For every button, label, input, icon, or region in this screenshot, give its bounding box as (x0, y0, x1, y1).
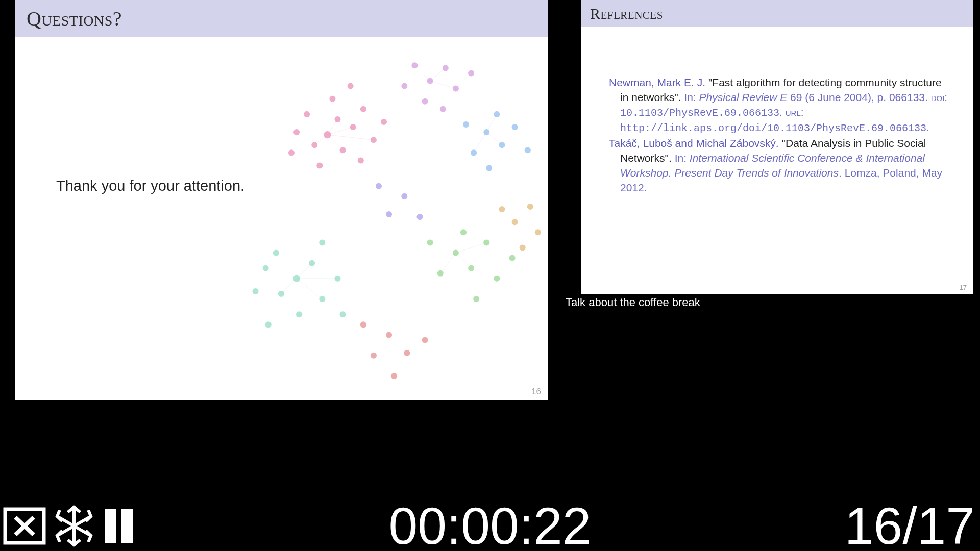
current-slide: Questions? Thank you for you (15, 0, 548, 400)
svg-line-81 (486, 114, 497, 132)
presenter-notes: Talk about the coffee break (566, 296, 700, 309)
current-slide-header: Questions? (15, 0, 548, 37)
svg-line-69 (314, 135, 327, 145)
svg-point-51 (509, 255, 516, 261)
network-graph-illustration (209, 37, 548, 400)
reference-item: Newman, Mark E. J. "Fast algorithm for d… (609, 76, 952, 135)
svg-point-25 (471, 149, 477, 156)
svg-line-76 (456, 253, 471, 268)
svg-point-60 (360, 321, 366, 328)
svg-rect-91 (105, 509, 116, 543)
svg-point-66 (376, 183, 382, 189)
current-slide-number: 16 (531, 387, 541, 397)
snowflake-icon[interactable] (52, 504, 96, 548)
ref-doi-label: doi (931, 91, 945, 103)
svg-point-11 (358, 157, 364, 163)
presentation-timer: 00:00:22 (388, 496, 591, 551)
page-indicator: 16/17 (845, 496, 975, 551)
pause-icon[interactable] (101, 506, 137, 546)
svg-point-61 (391, 373, 397, 379)
svg-point-30 (486, 165, 492, 171)
svg-point-55 (535, 229, 541, 235)
svg-point-13 (381, 119, 387, 125)
references-list: Newman, Mark E. J. "Fast algorithm for d… (581, 27, 973, 195)
svg-point-59 (404, 350, 410, 356)
svg-point-50 (473, 296, 479, 302)
svg-line-84 (430, 81, 456, 89)
reference-item: Takáč, Luboš and Michal Zábovský. "Data … (609, 136, 952, 195)
svg-point-56 (520, 244, 526, 251)
svg-line-82 (430, 68, 446, 81)
svg-point-21 (401, 83, 407, 89)
svg-point-10 (316, 162, 323, 168)
svg-point-22 (440, 106, 446, 112)
svg-point-54 (499, 206, 505, 212)
svg-point-6 (304, 111, 310, 117)
svg-point-48 (494, 276, 500, 282)
ref-url: http://link.aps.org/doi/10.1103/PhysRevE… (620, 122, 926, 134)
svg-line-80 (474, 132, 486, 153)
svg-line-70 (327, 135, 342, 150)
page-total: 17 (917, 497, 975, 551)
svg-line-72 (297, 263, 312, 279)
svg-point-35 (263, 265, 269, 271)
svg-point-47 (460, 229, 467, 235)
ref-doi: 10.1103/PhysRevE.69.066133 (620, 107, 779, 119)
ref-in: In: (675, 152, 687, 164)
control-buttons (2, 504, 137, 548)
svg-point-7 (371, 137, 377, 143)
svg-line-74 (297, 279, 322, 299)
svg-point-40 (319, 239, 325, 245)
svg-point-28 (463, 121, 469, 128)
svg-point-26 (512, 124, 518, 130)
ref-in: In: (684, 91, 696, 103)
ref-url-label: url (786, 106, 801, 118)
svg-rect-92 (121, 509, 133, 543)
svg-point-39 (273, 250, 279, 256)
close-icon[interactable] (2, 506, 47, 546)
svg-line-73 (281, 279, 297, 294)
svg-point-20 (468, 70, 474, 76)
svg-line-71 (327, 135, 374, 140)
svg-point-5 (360, 106, 366, 112)
svg-point-52 (512, 219, 518, 225)
svg-point-42 (265, 321, 272, 328)
svg-point-41 (340, 311, 346, 317)
svg-line-83 (414, 65, 430, 81)
svg-point-62 (422, 337, 428, 343)
svg-point-58 (371, 353, 377, 359)
current-slide-body: Thank you for your attention. 16 (15, 37, 548, 400)
svg-point-63 (401, 193, 407, 199)
current-slide-title: Questions? (27, 7, 122, 31)
next-slide-number: 17 (960, 284, 967, 291)
svg-point-19 (422, 98, 428, 105)
page-current: 16 (845, 497, 902, 551)
ref-vol: 69 (6 June 2004), p. 066133. (787, 91, 930, 103)
svg-point-53 (527, 204, 533, 210)
ref-venue: Physical Review E (699, 91, 788, 103)
svg-line-77 (440, 253, 456, 273)
next-slide-header: References (581, 0, 973, 27)
svg-point-16 (443, 65, 449, 71)
svg-point-1 (334, 116, 340, 122)
svg-point-14 (348, 83, 354, 89)
next-slide-title: References (590, 5, 663, 22)
svg-line-79 (486, 132, 502, 145)
thank-you-text: Thank you for your attention. (56, 178, 244, 194)
svg-line-78 (456, 242, 486, 253)
next-slide: References Newman, Mark E. J. "Fast algo… (581, 0, 973, 294)
svg-point-37 (296, 311, 302, 317)
presenter-toolbar: 00:00:22 16/17 (0, 495, 980, 551)
svg-point-8 (329, 96, 335, 102)
ref-author: Takáč, Luboš and Michal Zábovský. (609, 137, 779, 149)
svg-point-9 (293, 129, 300, 135)
svg-point-57 (386, 332, 392, 338)
svg-line-67 (327, 119, 337, 135)
ref-author: Newman, Mark E. J. (609, 77, 705, 88)
svg-point-12 (288, 149, 295, 156)
svg-point-49 (427, 239, 433, 245)
svg-line-68 (327, 127, 353, 135)
svg-point-38 (253, 288, 259, 294)
svg-point-65 (416, 214, 423, 220)
svg-point-29 (525, 147, 531, 153)
